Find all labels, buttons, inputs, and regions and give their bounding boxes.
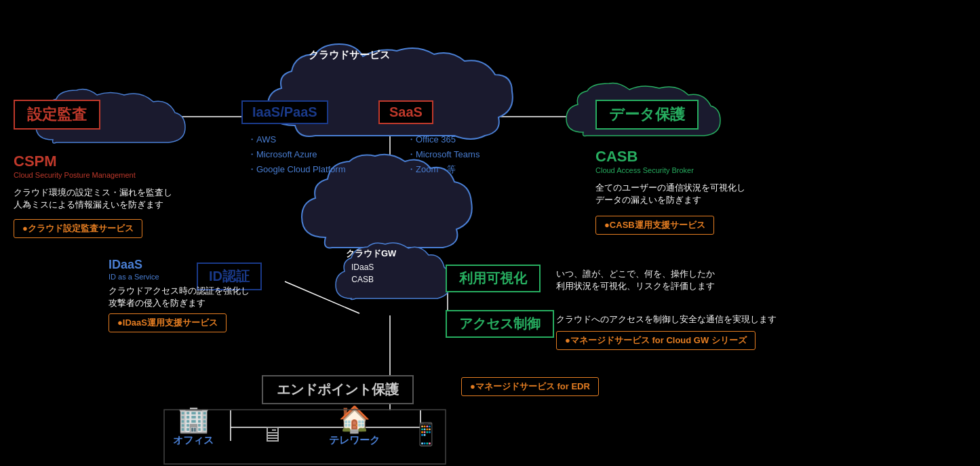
- idaas-title: IDaaS: [109, 258, 142, 272]
- casb-service-btn: ●CASB運用支援サービス: [595, 216, 714, 235]
- access-service-label: ●マネージドサービス for Cloud GW シリーズ: [565, 335, 747, 345]
- saas-item-2: ・Zoom 等: [407, 162, 479, 177]
- cspm-subtitle: Cloud Security Posture Management: [14, 171, 136, 179]
- cloud-gw-label: クラウドGW: [346, 248, 396, 260]
- server-icon-area: 🖥: [261, 422, 283, 447]
- saas-item-0: ・Office 365: [407, 132, 479, 147]
- idaas-service-btn: ●IDaaS運用支援サービス: [109, 313, 227, 332]
- main-diagram: クラウドサービス クラウドGW IDaaS CASB IaaS/PaaS Saa…: [0, 0, 980, 466]
- settei-box: 設定監査: [14, 100, 100, 130]
- access-service-btn: ●マネージドサービス for Cloud GW シリーズ: [556, 331, 756, 350]
- idaas-service-label: ●IDaaS運用支援サービス: [117, 317, 218, 328]
- cloud-top-label: クラウドサービス: [309, 49, 390, 62]
- server-icon: 🖥: [261, 422, 283, 447]
- cspm-service-label: ●クラウド設定監査サービス: [22, 223, 134, 233]
- telework-label: テレワーク: [329, 434, 380, 447]
- data-box: データ保護: [595, 100, 699, 130]
- casb-desc1: 全てのユーザーの通信状況を可視化し: [595, 182, 745, 194]
- iaas-item-0: ・AWS: [248, 132, 346, 147]
- cspm-service-btn: ●クラウド設定監査サービス: [14, 219, 142, 238]
- cloud-gw-sub: IDaaS CASB: [351, 261, 374, 286]
- iaas-box: IaaS/PaaS: [241, 100, 328, 124]
- mobile-icon: 📱: [412, 421, 439, 447]
- access-box: アクセス制御: [446, 310, 554, 338]
- cspm-title: CSPM: [14, 153, 57, 170]
- cloud-gw-text: クラウドGW: [346, 248, 396, 258]
- saas-box: SaaS: [378, 100, 433, 124]
- office-label: オフィス: [173, 434, 214, 447]
- iaas-item-1: ・Microsoft Azure: [248, 147, 346, 162]
- casb-subtitle: Cloud Access Security Broker: [595, 166, 694, 174]
- casb-service-label: ●CASB運用支援サービス: [604, 220, 705, 230]
- riyou-box: 利用可視化: [446, 265, 541, 292]
- endpoint-service-btn: ●マネージドサービス for EDR: [461, 377, 599, 396]
- casb-title: CASB: [595, 148, 638, 166]
- riyou-desc2: 利用状況を可視化、リスクを評価します: [556, 280, 715, 292]
- telework-icon: 🏠: [329, 404, 380, 434]
- iaas-item-2: ・Google Cloud Platform: [248, 162, 346, 177]
- iaas-items: ・AWS ・Microsoft Azure ・Google Cloud Plat…: [248, 132, 346, 177]
- cloud-gw-idaas: IDaaS: [351, 261, 374, 273]
- office-icon: 🏢: [173, 404, 214, 434]
- riyou-desc1: いつ、誰が、どこで、何を、操作したか: [556, 268, 715, 280]
- cspm-desc1: クラウド環境の設定ミス・漏れを監査し: [14, 187, 172, 199]
- saas-item-1: ・Microsoft Teams: [407, 147, 479, 162]
- telework-area: 🏠 テレワーク: [329, 404, 380, 447]
- cspm-desc2: 人為ミスによる情報漏えいを防ぎます: [14, 199, 163, 211]
- endpoint-box: エンドポイント保護: [262, 375, 414, 404]
- mobile-icon-area: 📱: [412, 421, 439, 447]
- idaas-subtitle: ID as a Service: [109, 273, 159, 281]
- office-area: 🏢 オフィス: [173, 404, 214, 447]
- idaas-desc1: クラウドアクセス時の認証を強化し: [109, 285, 250, 297]
- saas-items: ・Office 365 ・Microsoft Teams ・Zoom 等: [407, 132, 479, 177]
- casb-desc2: データの漏えいを防ぎます: [595, 194, 701, 206]
- cloud-gw-casb: CASB: [351, 273, 374, 286]
- access-desc1: クラウドへのアクセスを制御し安全な通信を実現します: [556, 313, 777, 326]
- idaas-desc2: 攻撃者の侵入を防ぎます: [109, 297, 205, 309]
- endpoint-service-label: ●マネージドサービス for EDR: [470, 381, 590, 391]
